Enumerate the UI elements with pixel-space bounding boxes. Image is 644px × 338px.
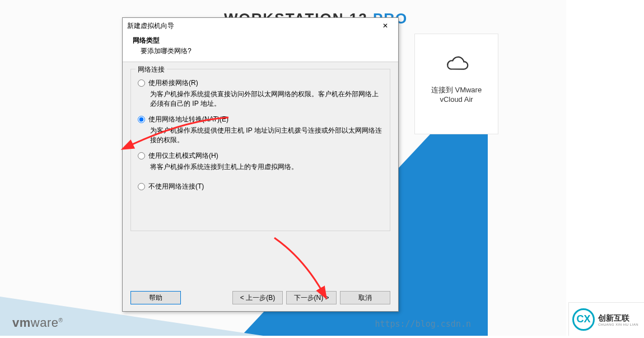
brand-mark: CX — [572, 308, 595, 331]
watermark-url: https://blog.csdn.n — [375, 319, 471, 329]
close-icon[interactable]: ✕ — [374, 18, 397, 33]
cloud-icon — [443, 54, 470, 73]
option-bridged[interactable]: 使用桥接网络(R) 为客户机操作系统提供直接访问外部以太网网络的权限。客户机在外… — [138, 78, 384, 109]
dialog-body: 网络连接 使用桥接网络(R) 为客户机操作系统提供直接访问外部以太网网络的权限。… — [123, 62, 398, 286]
dialog-title: 新建虚拟机向导 — [127, 21, 174, 31]
brand-text: 创新互联 — [598, 313, 629, 322]
option-bridged-label: 使用桥接网络(R) — [148, 78, 198, 88]
next-button[interactable]: 下一步(N) > — [286, 291, 337, 304]
radio-bridged[interactable] — [138, 79, 145, 87]
option-none-label: 不使用网络连接(T) — [148, 182, 204, 191]
option-hostonly-desc: 将客户机操作系统连接到主机上的专用虚拟网络。 — [150, 162, 384, 172]
option-none[interactable]: 不使用网络连接(T) — [138, 182, 384, 192]
section-title: 网络类型 — [133, 36, 390, 45]
dialog-button-row: 帮助 < 上一步(B) 下一步(N) > 取消 — [123, 285, 398, 311]
option-nat-desc: 为客户机操作系统提供使用主机 IP 地址访问主机拨号连接或外部以太网网络连接的权… — [150, 126, 384, 145]
connect-vcloud-card[interactable]: 连接到 VMware vCloud Air — [414, 34, 498, 134]
new-vm-wizard-dialog: 新建虚拟机向导 ✕ 网络类型 要添加哪类网络? 网络连接 使用桥接网络(R) 为… — [122, 17, 399, 312]
help-button[interactable]: 帮助 — [130, 291, 181, 304]
option-nat-label: 使用网络地址转换(NAT)(E) — [148, 115, 228, 124]
brand-logo: CX 创新互联 CHUANG XIN HU LIAN — [568, 302, 644, 336]
card-line1: 连接到 VMware — [415, 85, 498, 95]
option-bridged-desc: 为客户机操作系统提供直接访问外部以太网网络的权限。客户机在外部网络上必须有自己的… — [150, 90, 384, 109]
card-line2: vCloud Air — [415, 95, 498, 104]
network-connection-group: 网络连接 使用桥接网络(R) 为客户机操作系统提供直接访问外部以太网网络的权限。… — [130, 69, 390, 231]
option-hostonly-label: 使用仅主机模式网络(H) — [148, 151, 218, 161]
radio-none[interactable] — [138, 183, 145, 190]
back-button[interactable]: < 上一步(B) — [232, 291, 283, 304]
radio-hostonly[interactable] — [138, 152, 145, 159]
radio-nat[interactable] — [138, 116, 145, 123]
brand-sub: CHUANG XIN HU LIAN — [598, 323, 638, 326]
vmware-logo-thin: ware — [31, 316, 59, 330]
option-nat[interactable]: 使用网络地址转换(NAT)(E) 为客户机操作系统提供使用主机 IP 地址访问主… — [138, 115, 384, 145]
group-legend: 网络连接 — [136, 65, 167, 74]
vmware-logo-bold: vm — [12, 316, 31, 330]
section-subtitle: 要添加哪类网络? — [133, 46, 390, 56]
vmware-logo: vmware® — [12, 316, 63, 330]
option-hostonly[interactable]: 使用仅主机模式网络(H) 将客户机操作系统连接到主机上的专用虚拟网络。 — [138, 151, 384, 172]
dialog-header: 网络类型 要添加哪类网络? — [123, 34, 398, 62]
dialog-titlebar[interactable]: 新建虚拟机向导 ✕ — [123, 18, 398, 34]
cancel-button[interactable]: 取消 — [340, 291, 390, 304]
